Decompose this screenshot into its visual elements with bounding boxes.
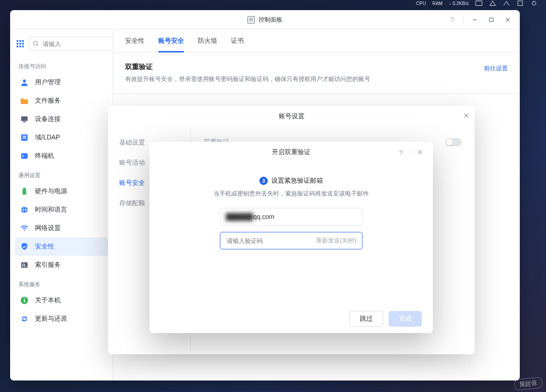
sidebar-item-label: 更新与还原 (35, 315, 67, 323)
group-title: 系统服务 (15, 274, 108, 291)
index-icon (19, 260, 29, 270)
code-field[interactable]: 重新发送(30秒) (220, 232, 362, 249)
section-desc: 有效提升账号安全，登录需使用账号密码验证和验证码，确保只有授权用户才能访问您的账… (125, 75, 370, 83)
svg-rect-14 (23, 189, 26, 195)
sidebar-item-update[interactable]: 更新与还原 (15, 310, 108, 328)
titlebar: 控制面板 ? (10, 10, 520, 29)
sidebar-item-devices[interactable]: 设备连接 (15, 110, 108, 128)
sidebar-item-label: 域/LDAP (35, 133, 60, 142)
folder-icon (19, 96, 29, 106)
sidebar-item-label: 设备连接 (35, 115, 61, 123)
skip-button[interactable]: 跳过 (349, 311, 383, 327)
wifi-icon (19, 223, 29, 233)
ldap-icon (19, 133, 29, 143)
app-launcher-icon[interactable] (17, 38, 24, 50)
step-number-badge: 3 (259, 177, 268, 185)
window-title: 控制面板 (259, 16, 282, 24)
svg-rect-8 (21, 116, 28, 121)
section-title: 双重验证 (125, 63, 370, 71)
tab-firewall[interactable]: 防火墙 (198, 29, 217, 52)
sidebar-item-network[interactable]: 网络设置 (15, 219, 108, 237)
tray-icon-2[interactable] (489, 0, 496, 6)
step-header: 3 设置紧急验证邮箱 (259, 177, 323, 185)
tray-icon-5[interactable] (530, 0, 538, 6)
svg-point-7 (23, 80, 26, 82)
cpu-label: CPU (416, 1, 426, 6)
sidebar-item-label: 硬件与电源 (35, 187, 67, 196)
svg-rect-9 (23, 121, 26, 122)
net-speed: ↓ 0.2KB/s (449, 1, 469, 6)
sidebar-item-files[interactable]: 文件服务 (15, 92, 108, 110)
ram-label: RAM (432, 1, 443, 6)
sync-icon (19, 314, 29, 324)
goto-settings-link[interactable]: 前往设置 (484, 63, 508, 83)
tab-label: 账号安全 (158, 37, 184, 45)
users-icon (19, 77, 29, 87)
step-description: 当手机或密钥意外丢失时，紧急验证码将发送至该电子邮件 (213, 190, 369, 198)
tab-label: 防火墙 (198, 37, 217, 45)
sidebar-item-label: 用户管理 (35, 78, 61, 86)
sidebar-item-label: 终端机 (35, 152, 54, 160)
minimize-button[interactable] (466, 13, 483, 26)
svg-rect-0 (476, 1, 482, 6)
search-field[interactable] (42, 40, 113, 48)
done-button: 完成 (389, 311, 422, 327)
search-input[interactable] (29, 37, 113, 51)
sidebar-item-hardware[interactable]: 硬件与电源 (15, 182, 108, 201)
sidebar-item-ldap[interactable]: 域/LDAP (15, 128, 108, 147)
email-masked: ██████ (226, 213, 253, 220)
sidebar-item-label: 索引服务 (35, 261, 61, 269)
globe-icon (19, 205, 29, 215)
svg-rect-13 (21, 153, 28, 159)
dialog-title: 开启双重验证 (272, 148, 310, 156)
sidebar-item-label: 安全性 (35, 242, 54, 251)
svg-point-19 (24, 230, 25, 231)
sidebar-item-time[interactable]: 时间和语言 (15, 201, 108, 219)
watermark: 聚超值 (514, 377, 543, 391)
close-icon[interactable]: ✕ (463, 111, 469, 120)
svg-line-6 (37, 45, 38, 46)
close-button[interactable] (500, 13, 516, 26)
shield-icon (19, 242, 29, 252)
tab-certificate[interactable]: 证书 (231, 29, 244, 52)
sidebar-item-about[interactable]: 关于本机 (15, 291, 108, 310)
separator (410, 148, 411, 156)
sidebar-item-terminal[interactable]: 终端机 (15, 147, 108, 165)
modal-header: 账号设置 ✕ (108, 106, 475, 127)
enable-2fa-dialog: 开启双重验证 ? ✕ 3 设置紧急验证邮箱 当手机或密钥意外丢失时，紧急验证码将… (149, 142, 433, 333)
svg-point-25 (24, 298, 25, 299)
close-icon[interactable]: ✕ (413, 146, 427, 159)
toggle-2fa[interactable] (445, 138, 462, 146)
system-statusbar: CPU RAM ↓ 0.2KB/s (416, 0, 546, 6)
dialog-header: 开启双重验证 ? ✕ (149, 142, 433, 163)
tab-account-security[interactable]: 账号安全 (158, 29, 184, 52)
sidebar-item-index[interactable]: 索引服务 (15, 256, 108, 274)
step-title: 设置紧急验证邮箱 (271, 177, 323, 185)
info-icon (19, 295, 29, 306)
tabs: 安全性 账号安全 防火墙 证书 (113, 29, 520, 52)
group-title: 连接与访问 (15, 56, 108, 73)
tray-icon-4[interactable] (517, 0, 524, 6)
tab-security[interactable]: 安全性 (125, 29, 144, 52)
tray-icon-3[interactable] (503, 0, 510, 6)
tray-icon-1[interactable] (475, 0, 483, 6)
sidebar-item-label: 关于本机 (35, 296, 61, 305)
code-input[interactable] (226, 237, 316, 245)
help-icon[interactable]: ? (394, 146, 408, 159)
sidebar-item-label: 时间和语言 (35, 206, 67, 214)
dialog-footer: 跳过 完成 (149, 304, 433, 333)
sidebar-item-security[interactable]: 安全性 (15, 237, 108, 256)
help-button[interactable]: ? (444, 13, 460, 26)
sidebar-item-label: 文件服务 (35, 97, 61, 105)
battery-icon (19, 186, 29, 196)
sidebar: 连接与访问 用户管理 文件服务 设备连接 域/LDAP 终端机 通用设置 硬件与… (10, 29, 113, 380)
tab-label: 证书 (231, 37, 244, 45)
terminal-icon (19, 151, 29, 161)
sidebar-item-users[interactable]: 用户管理 (15, 73, 108, 92)
maximize-button[interactable] (483, 13, 500, 26)
svg-rect-12 (23, 138, 26, 138)
resend-button[interactable]: 重新发送(30秒) (316, 236, 356, 245)
email-field[interactable]: ██████ qq.com (220, 208, 362, 225)
tab-label: 安全性 (125, 37, 144, 45)
group-title: 通用设置 (15, 165, 108, 182)
